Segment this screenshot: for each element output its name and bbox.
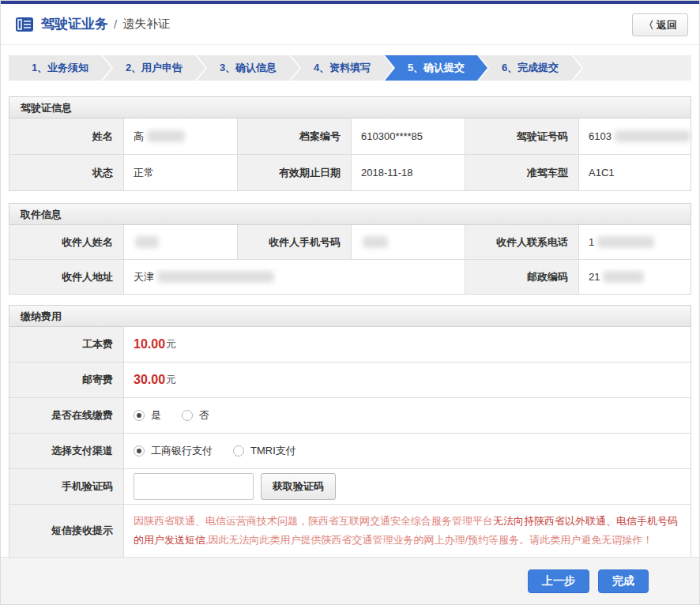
pickup-info-section: 取件信息 收件人姓名 收件人手机号码 收件人联系电话 1 收件人地址 天津 邮政… — [9, 203, 691, 295]
table-row: 短信接收提示 因陕西省联通、电信运营商技术问题，陕西省互联网交通安全综合服务管理… — [9, 504, 691, 557]
recipient-mobile-label: 收件人手机号码 — [237, 225, 351, 259]
previous-step-button[interactable]: 上一步 — [528, 569, 589, 593]
vehicle-type-label: 准驾车型 — [465, 155, 578, 190]
license-info-section-title: 驾驶证信息 — [9, 96, 691, 118]
radio-online-yes-label: 是 — [151, 408, 161, 423]
radio-unselected-icon[interactable] — [233, 445, 244, 457]
radio-unselected-icon[interactable] — [182, 410, 193, 421]
license-number-text: 6103 — [589, 130, 612, 142]
postage-fee-label: 邮寄费 — [9, 363, 123, 397]
step-6-complete-submit: 6、完成提交 — [479, 55, 581, 81]
back-chevron-icon: 〈 — [643, 19, 653, 31]
redaction-blur — [157, 271, 274, 283]
online-payment-options: 是 否 — [123, 398, 691, 433]
postcode-value: 21 — [578, 260, 691, 294]
license-info-section: 驾驶证信息 姓名 高 档案编号 610300****85 驾驶证号码 6103 … — [9, 96, 691, 191]
postcode-text: 21 — [589, 271, 600, 283]
table-row: 是否在线缴费 是 否 — [9, 397, 691, 433]
name-value-text: 高 — [134, 130, 144, 144]
step-5-confirm-submit-active: 5、确认提交 — [385, 55, 487, 81]
license-number-label: 驾驶证号码 — [465, 118, 578, 154]
expiry-value: 2018-11-18 — [351, 155, 465, 190]
recipient-name-value — [123, 225, 237, 259]
notice-part3: ,因此无法向此类用户提供陕西省交通管理业务的网上办理/预约等服务。请此类用户避免… — [205, 534, 653, 546]
step-2-user-declaration: 2、用户申告 — [103, 55, 205, 81]
step-bar-filler — [573, 55, 691, 81]
recipient-mobile-value — [351, 225, 465, 259]
payment-channel-label: 选择支付渠道 — [9, 434, 123, 468]
expiry-label: 有效期止日期 — [237, 155, 351, 190]
get-sms-code-button[interactable]: 获取验证码 — [261, 473, 336, 500]
radio-online-yes[interactable]: 是 — [134, 408, 161, 423]
fees-table: 工本费 10.00元 邮寄费 30.00元 是否在线缴费 是 否 选择支付渠道 … — [9, 327, 691, 558]
radio-selected-icon[interactable] — [134, 445, 145, 457]
step-3-confirm-info: 3、确认信息 — [197, 55, 299, 81]
radio-channel-tmri[interactable]: TMRI支付 — [233, 444, 296, 458]
redaction-blur — [615, 130, 691, 142]
sms-notice-value: 因陕西省联通、电信运营商技术问题，陕西省互联网交通安全综合服务管理平台无法向持陕… — [123, 505, 691, 557]
recipient-address-value: 天津 — [123, 260, 465, 294]
status-label: 状态 — [9, 155, 123, 190]
recipient-phone-value: 1 — [578, 225, 691, 259]
breadcrumb-current: 遗失补证 — [122, 17, 170, 32]
license-info-table: 姓名 高 档案编号 610300****85 驾驶证号码 6103 状态 正常 … — [9, 118, 691, 191]
file-number-value: 610300****85 — [351, 118, 465, 154]
page-title: 驾驶证业务 — [41, 15, 108, 33]
redaction-blur — [135, 236, 159, 248]
radio-online-no-label: 否 — [199, 408, 209, 423]
postage-fee-unit: 元 — [166, 373, 176, 387]
page-header: 驾驶证业务 / 遗失补证 〈 返回 — [1, 4, 699, 45]
step-wizard: 1、业务须知 2、用户申告 3、确认信息 4、资料填写 5、确认提交 6、完成提… — [9, 55, 691, 81]
table-row: 选择支付渠道 工商银行支付 TMRI支付 — [9, 433, 691, 468]
radio-channel-tmri-label: TMRI支付 — [250, 444, 296, 458]
recipient-name-label: 收件人姓名 — [9, 225, 123, 259]
recipient-address-text: 天津 — [134, 270, 154, 284]
step-1-business-notice: 1、业务须知 — [9, 55, 111, 81]
recipient-address-label: 收件人地址 — [9, 260, 123, 294]
cost-fee-value: 10.00元 — [123, 327, 691, 362]
name-value: 高 — [123, 118, 237, 154]
radio-online-no[interactable]: 否 — [182, 408, 209, 423]
notice-part1: 因陕西省联通、电信运营商技术问题，陕西省互联网交通安全综合服务管理平台 — [134, 515, 493, 527]
back-button-label: 返回 — [657, 19, 677, 31]
file-number-label: 档案编号 — [237, 118, 351, 154]
cost-fee-amount: 10.00 — [134, 337, 165, 351]
online-payment-label: 是否在线缴费 — [9, 398, 123, 433]
sms-code-field: 获取验证码 — [123, 469, 691, 504]
redaction-blur — [603, 271, 644, 283]
radio-channel-icbc[interactable]: 工商银行支付 — [134, 444, 213, 458]
table-row: 邮寄费 30.00元 — [9, 362, 691, 397]
footer-bar: 上一步 完成 — [1, 557, 699, 604]
cost-fee-label: 工本费 — [9, 327, 123, 362]
table-row: 手机验证码 获取验证码 — [9, 468, 691, 504]
radio-channel-icbc-label: 工商银行支付 — [151, 444, 213, 458]
fees-section-title: 缴纳费用 — [9, 305, 691, 327]
breadcrumb-separator: / — [114, 17, 117, 31]
license-number-value: 6103 — [578, 118, 691, 154]
pickup-info-section-title: 取件信息 — [9, 203, 691, 225]
table-row: 姓名 高 档案编号 610300****85 驾驶证号码 6103 — [9, 118, 691, 154]
redaction-blur — [363, 236, 388, 248]
radio-selected-icon[interactable] — [134, 410, 145, 421]
table-row: 收件人地址 天津 邮政编码 21 — [9, 259, 691, 294]
step-4-fill-data: 4、资料填写 — [291, 55, 393, 81]
name-label: 姓名 — [9, 118, 123, 154]
pickup-info-table: 收件人姓名 收件人手机号码 收件人联系电话 1 收件人地址 天津 邮政编码 21 — [9, 225, 691, 295]
sms-notice-label: 短信接收提示 — [9, 505, 123, 557]
table-row: 收件人姓名 收件人手机号码 收件人联系电话 1 — [9, 225, 691, 259]
cost-fee-unit: 元 — [166, 337, 176, 351]
sms-code-label: 手机验证码 — [9, 469, 123, 504]
sms-code-input[interactable] — [134, 473, 254, 500]
payment-channel-options: 工商银行支付 TMRI支付 — [123, 434, 691, 468]
vehicle-type-value: A1C1 — [578, 155, 691, 190]
page: 驾驶证业务 / 遗失补证 〈 返回 1、业务须知 2、用户申告 3、确认信息 4… — [0, 0, 700, 605]
table-row: 状态 正常 有效期止日期 2018-11-18 准驾车型 A1C1 — [9, 154, 691, 190]
postcode-label: 邮政编码 — [465, 260, 578, 294]
postage-fee-value: 30.00元 — [123, 363, 691, 397]
back-button[interactable]: 〈 返回 — [632, 13, 688, 36]
table-row: 工本费 10.00元 — [9, 327, 691, 362]
postage-fee-amount: 30.00 — [134, 373, 165, 387]
finish-button[interactable]: 完成 — [598, 569, 649, 593]
recipient-phone-text: 1 — [589, 236, 594, 248]
fees-section: 缴纳费用 工本费 10.00元 邮寄费 30.00元 是否在线缴费 是 否 选择… — [9, 305, 691, 558]
